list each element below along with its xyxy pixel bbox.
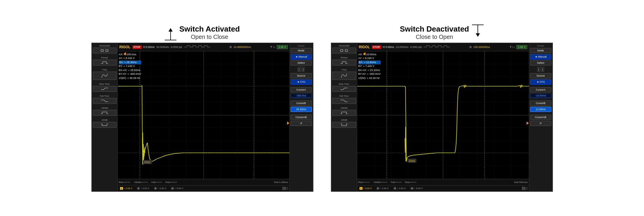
left-scope-screen[interactable]: CH1 AX: = -200.0us AY: = 8.240 V BX: = 2… [118, 51, 289, 179]
right-d-label: D [470, 46, 472, 49]
right-minus-width-icon[interactable] [332, 122, 356, 128]
left-t-label: T ↑↓ [270, 46, 275, 49]
right-bottom-bar: Rise===== +Width===== Fall===== Rise====… [357, 179, 529, 185]
left-cursorb-btn[interactable]: CursorB [291, 101, 312, 106]
freq-label: Freq [93, 68, 117, 71]
svg-text:CH1: CH1 [409, 159, 415, 162]
left-bottom-bar: Rise===== +Width===== Fall===== Rise====… [118, 179, 289, 185]
left-ch4-label[interactable]: 4 = 5.00 V [170, 187, 184, 190]
right-ch1-btn[interactable]: ◄ CH1 [530, 79, 551, 84]
right-select-btn[interactable]: Select [530, 60, 551, 65]
right-brand: RIGOL [359, 45, 370, 49]
left-cursor-info: AX: = -200.0us AY: = 8.240 V BX: = 28.30… [119, 53, 141, 80]
right-cursor-label: Cursor [530, 44, 551, 47]
left-channel-row: 1 = 2.00 V 2 = 2.00 V 3 = 2.00 V [118, 185, 289, 191]
fall-time-label: Fall Time [93, 95, 117, 97]
right-cursora-btn[interactable]: CursorA [530, 87, 551, 92]
left-voltage: 2.00 V [277, 45, 287, 49]
right-ay: AY: = 8.240 V [358, 56, 381, 61]
right-ch4-label[interactable]: 4 = 5.00 V [409, 187, 424, 190]
right-ann-title: Switch Deactivated [400, 25, 469, 34]
right-freq-label: Freq [332, 68, 356, 71]
left-ch3-label[interactable]: 3 = 2.00 V [153, 187, 167, 190]
right-manual-btn[interactable]: ◄ Manual [530, 54, 551, 59]
right-channel-row: 1 = 2.00 V 2 = 2.00 V 3 = 2.00 V [357, 185, 529, 191]
left-ch2-num: 2 [137, 187, 140, 190]
left-cursor-label: Cursor [291, 44, 312, 47]
left-source-btn[interactable]: Source [291, 73, 312, 78]
left-cursor-icons: | | [291, 66, 312, 72]
left-ay: AY: = 8.240 V [119, 56, 141, 61]
left-width1: +Width===== [134, 181, 148, 184]
left-fall1: Fall===== [151, 181, 162, 184]
left-select-btn[interactable]: Select [291, 60, 312, 65]
right-ch1-label[interactable]: 1 = 2.00 V [358, 187, 373, 190]
plus-width-icon[interactable] [93, 110, 117, 116]
left-scope-left-panel: Horizontal Period Freq Rise Time [92, 43, 118, 191]
right-source-btn[interactable]: Source [530, 73, 551, 78]
left-ch2-voltage: 2.00 V [143, 187, 149, 190]
horizontal-label: Horizontal [93, 44, 117, 47]
left-sample-rate: 50.0MSa/s [156, 46, 169, 49]
fall-time-icon[interactable] [93, 98, 117, 104]
arrow-down-icon [476, 33, 480, 37]
right-ch3-voltage: 2.00 V [399, 187, 406, 190]
left-manual-btn[interactable]: ◄ Manual [291, 54, 312, 59]
right-cursorb-btn[interactable]: CursorB [530, 101, 551, 106]
right-scope-left-panel: Horizontal Period Freq Rise Time [331, 43, 357, 191]
right-scope-screen[interactable]: CH1 AX: = -10.50ms AY: = 8.240 V BX: = 1… [357, 51, 529, 179]
right-width1: +Width===== [373, 181, 387, 184]
right-cursora-value: -10.50ms [530, 93, 551, 98]
right-voltage: 2.00 V [516, 45, 527, 49]
right-cursorab-btn[interactable]: CursorAB [530, 115, 551, 120]
right-fall-time-icon[interactable] [332, 98, 356, 104]
right-rise2: Rise===== [405, 181, 416, 184]
arrow-stem [170, 32, 171, 40]
left-cursora-btn[interactable]: CursorA [291, 87, 312, 92]
left-usb-icon: ⬛⬡ [282, 187, 288, 190]
right-ch4-voltage: 5.00 V [416, 187, 423, 190]
left-bx: BX: = 28.30ms [119, 61, 141, 65]
right-freq-icon[interactable] [332, 72, 356, 80]
svg-rect-1 [106, 50, 108, 51]
right-period-icon[interactable] [332, 60, 356, 65]
right-oscilloscope: Horizontal Period Freq Rise Time [331, 43, 553, 192]
right-horizontal-label: Horizontal [332, 44, 356, 47]
right-reset-btn[interactable]: ↺ [530, 121, 551, 126]
trigger-waveform-icon [184, 45, 210, 49]
freq-icon[interactable] [93, 72, 117, 80]
right-ch3-label[interactable]: 3 = 2.00 V [392, 187, 407, 190]
left-brand: RIGOL [119, 45, 131, 49]
left-ch3-num: 3 [154, 187, 157, 190]
svg-rect-14 [341, 50, 343, 51]
left-ch4-voltage: 5.00 V [176, 187, 183, 190]
right-plus-width-icon[interactable] [332, 110, 356, 116]
right-mode-btn[interactable]: Mode [530, 48, 551, 53]
left-right-panel: Cursor Mode ◄ Manual Select | | Source ◄… [289, 43, 313, 191]
rise-time-icon[interactable] [93, 86, 117, 92]
horiz-icon[interactable] [93, 48, 117, 53]
right-fall-time-label: Fall Time [332, 95, 356, 97]
right-rise-time-icon[interactable] [332, 86, 356, 92]
left-cursorab-btn[interactable]: CursorAB [291, 115, 312, 120]
left-status: STOP [132, 45, 142, 49]
period-icon[interactable] [93, 60, 117, 65]
right-cursorb-value: 12.60ms [530, 107, 551, 112]
left-ann-subtitle: Open to Close [179, 34, 240, 40]
left-ch1-label[interactable]: 1 = 2.00 V [119, 187, 133, 190]
right-horiz-icon[interactable] [332, 48, 356, 53]
left-rise1: Rise===== [119, 181, 130, 184]
left-mode-btn[interactable]: Mode [291, 48, 312, 53]
arrow-up-icon [169, 28, 173, 32]
left-bxax: BX-AX: = 28.50ms [119, 68, 141, 72]
left-reset-btn[interactable]: ↺ [291, 121, 312, 126]
right-ch2-label[interactable]: 2 = 2.00 V [375, 187, 390, 190]
right-ax: AX: = -10.50ms [358, 53, 381, 57]
left-ch1-btn[interactable]: ◄ CH1 [291, 79, 312, 84]
right-byay: BY-AY: = -800.0mV [358, 72, 381, 76]
right-cursor-info: AX: = -10.50ms AY: = 8.240 V BX: = 12.60… [358, 53, 381, 80]
left-ch2-label[interactable]: 2 = 2.00 V [136, 187, 150, 190]
right-sample-rate: 10.0MSa/s [396, 46, 408, 49]
rise-time-label: Rise Time [93, 83, 117, 85]
minus-width-icon[interactable] [93, 122, 117, 128]
